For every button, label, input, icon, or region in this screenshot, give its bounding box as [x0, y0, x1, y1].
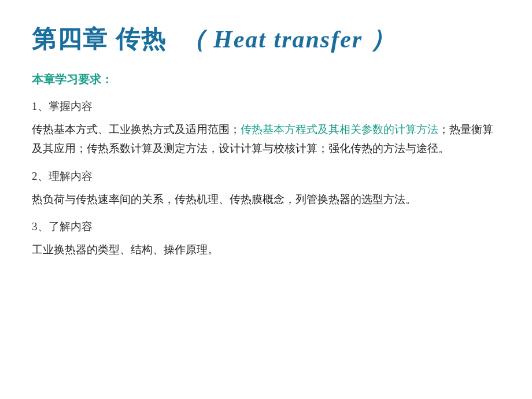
- subsection-1: 1、掌握内容 传热基本方式、工业换热方式及适用范围；传热基本方程式及其相关参数的…: [32, 99, 500, 158]
- subsection-3: 3、了解内容 工业换热器的类型、结构、操作原理。: [32, 219, 500, 259]
- content-part-1: 传热基本方式、工业换热方式及适用范围；: [32, 123, 241, 135]
- subsection-2: 2、理解内容 热负荷与传热速率间的关系，传热机理、传热膜概念，列管换热器的选型方…: [32, 169, 500, 209]
- subsection-1-content: 传热基本方式、工业换热方式及适用范围；传热基本方程式及其相关参数的计算方法；热量…: [32, 120, 500, 158]
- page-container: 第四章 传热 （ Heat transfer ） 本章学习要求： 1、掌握内容 …: [0, 0, 532, 399]
- subsection-1-title: 1、掌握内容: [32, 99, 500, 114]
- content-part-2-highlight: 传热基本方程式及其相关参数的计算方法: [241, 123, 438, 135]
- subsection-2-title: 2、理解内容: [32, 169, 500, 184]
- page-title: 第四章 传热 （ Heat transfer ）: [32, 23, 500, 56]
- subsection-2-content: 热负荷与传热速率间的关系，传热机理、传热膜概念，列管换热器的选型方法。: [32, 190, 500, 209]
- subsection-3-title: 3、了解内容: [32, 219, 500, 234]
- subsection-3-content: 工业换热器的类型、结构、操作原理。: [32, 240, 500, 259]
- title-english: （ Heat transfer ）: [181, 26, 396, 53]
- title-chinese: 第四章 传热: [32, 26, 167, 53]
- section-heading: 本章学习要求：: [32, 72, 500, 87]
